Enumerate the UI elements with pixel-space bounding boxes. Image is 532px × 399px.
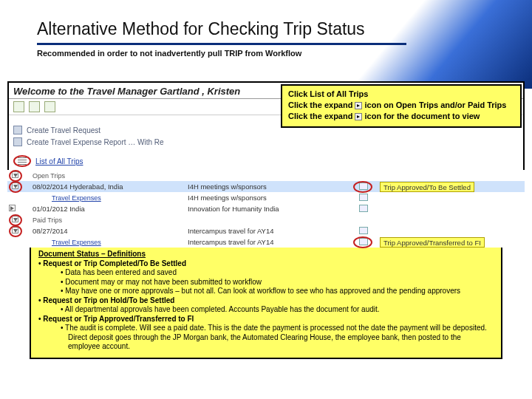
cell-date: 08/27/2014 xyxy=(33,227,143,235)
expand-icon[interactable] xyxy=(9,205,16,211)
cell-reason: Intercampus travel for AY14 xyxy=(188,227,347,235)
nav-list-of-all-trips[interactable]: List of All Trips xyxy=(9,154,523,168)
status-icon xyxy=(359,194,368,201)
list-icon xyxy=(18,157,27,165)
definition-item: All departmental approvals have been com… xyxy=(38,305,494,315)
document-icon xyxy=(13,137,22,146)
status-badge: Trip Approved/To Be Settled xyxy=(380,182,474,192)
highlight-circle-icon xyxy=(9,170,22,182)
document-icon xyxy=(13,126,22,134)
table-row[interactable]: 08/27/2014 Intercampus travel for AY14 xyxy=(7,225,525,236)
nav-create-expense-report[interactable]: Create Travel Expense Report … With Re xyxy=(9,136,523,148)
callout-line: Click List of All Trips xyxy=(288,89,514,100)
group-label: Paid Trips xyxy=(33,216,62,224)
definition-item: The audit is complete. Will see a paid d… xyxy=(38,324,494,352)
highlight-circle-icon xyxy=(353,181,372,193)
toolbar-icon[interactable] xyxy=(13,101,24,112)
cell-date: 08/02/2014 Hyderabad, India xyxy=(33,183,143,191)
expand-icon: ▸ xyxy=(355,102,362,109)
toolbar-icon[interactable] xyxy=(29,101,40,112)
group-open-trips[interactable]: Open Trips xyxy=(7,170,525,181)
callout-line: Click the expand ▸ icon for the document… xyxy=(288,111,514,122)
table-row[interactable]: 01/01/2012 India Innovation for Humanity… xyxy=(7,203,525,214)
cell-sub: Travel Expenses xyxy=(33,194,143,202)
definition-heading: Request or Trip on Hold/To be Settled xyxy=(38,296,494,306)
definition-item: Document may or may not have been submit… xyxy=(38,278,494,287)
cell-sub: Travel Expenses xyxy=(33,239,143,246)
cell-reason: Intercampus travel for AY14 xyxy=(188,238,347,246)
table-row[interactable]: 08/02/2014 Hyderabad, India I4H meetings… xyxy=(7,181,525,192)
highlight-circle-icon xyxy=(353,236,372,248)
callout-line: Click the expand ▸ icon on Open Trips an… xyxy=(288,100,514,111)
status-icon xyxy=(359,227,368,234)
highlight-circle-icon xyxy=(9,214,22,226)
slide-title: Alternative Method for Checking Trip Sta… xyxy=(37,19,365,39)
highlight-circle-icon xyxy=(13,155,31,167)
slide: Alternative Method for Checking Trip Sta… xyxy=(0,0,532,399)
toolbar-icon[interactable] xyxy=(44,101,55,112)
slide-subtitle: Recommended in order to not inadvertentl… xyxy=(37,49,301,58)
nav-label: Create Travel Request xyxy=(27,126,100,134)
table-row[interactable]: Travel Expenses Intercampus travel for A… xyxy=(7,236,525,248)
cell-reason: I4H meetings w/sponsors xyxy=(188,183,347,191)
status-icon xyxy=(359,205,368,212)
definitions-callout: Document Status – Definitions Request or… xyxy=(30,244,502,359)
definitions-header: Document Status – Definitions xyxy=(38,250,494,259)
group-label: Open Trips xyxy=(33,172,65,180)
definition-item: May have one or more approvals – but not… xyxy=(38,287,494,296)
nav-label: Create Travel Expense Report … With Re xyxy=(27,138,164,146)
table-row[interactable]: Travel Expenses I4H meetings w/sponsors xyxy=(7,192,525,203)
status-badge: Trip Approved/Transferred to FI xyxy=(380,237,485,248)
definition-heading: Request or Trip Completed/To Be Settled xyxy=(38,259,494,269)
cell-reason: I4H meetings w/sponsors xyxy=(188,194,347,202)
definition-heading: Request or Trip Approved/Transferred to … xyxy=(38,315,494,324)
definition-item: Data has been entered and saved xyxy=(38,268,494,278)
trips-table: Open Trips 08/02/2014 Hyderabad, India I… xyxy=(7,170,525,248)
instruction-callout: Click List of All Trips Click the expand… xyxy=(281,84,522,128)
cell-date: 01/01/2012 India xyxy=(33,205,143,213)
expand-icon: ▸ xyxy=(355,113,362,120)
cell-reason: Innovation for Humanity India xyxy=(188,205,347,213)
highlight-circle-icon xyxy=(9,181,22,193)
group-paid-trips[interactable]: Paid Trips xyxy=(7,214,525,225)
title-underline xyxy=(37,43,406,45)
highlight-circle-icon xyxy=(9,225,22,237)
nav-label: List of All Trips xyxy=(35,157,83,166)
